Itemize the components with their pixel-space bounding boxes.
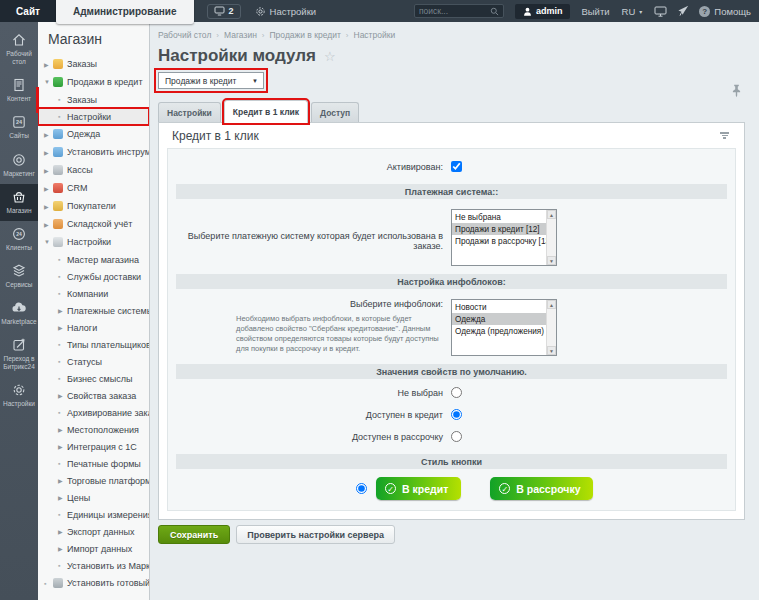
menu-item-marker[interactable]	[58, 460, 67, 467]
menu-item-marker[interactable]	[58, 324, 67, 331]
menu-item[interactable]: Настройки	[38, 108, 149, 125]
menu-item[interactable]: Компании	[38, 285, 149, 302]
sidebar-item-content[interactable]: Контент	[0, 72, 38, 109]
listbox-option[interactable]: Новости	[452, 301, 546, 313]
search-box[interactable]	[414, 4, 504, 18]
logout-button[interactable]: Выйти	[581, 6, 609, 17]
menu-item[interactable]: CRM	[38, 179, 149, 197]
tab-dostup[interactable]: Доступ	[311, 102, 359, 122]
menu-item[interactable]: Заказы	[38, 91, 149, 108]
menu-item-marker[interactable]	[58, 392, 67, 399]
listbox-option[interactable]: Одежда (предложения)	[452, 325, 546, 337]
desktop-view-button[interactable]	[654, 6, 667, 17]
menu-item[interactable]: Настройки	[38, 233, 149, 251]
default-option-radio[interactable]	[451, 409, 462, 420]
collapse-panel-icon[interactable]	[717, 129, 732, 142]
menu-item[interactable]: Единицы измерения	[38, 506, 149, 523]
menu-item[interactable]: Службы доставки	[38, 268, 149, 285]
sidebar-item-settings[interactable]: Настройки	[0, 377, 38, 414]
sidebar-item-services[interactable]: Сервисы	[0, 258, 38, 295]
menu-item[interactable]: Цены	[38, 489, 149, 506]
menu-item-marker[interactable]	[58, 273, 67, 280]
button-style-radio[interactable]	[356, 483, 367, 494]
menu-item-marker[interactable]	[58, 545, 67, 552]
menu-item[interactable]: Архивирование заказов	[38, 404, 149, 421]
menu-item[interactable]: Экспорт данных	[38, 523, 149, 540]
scroll-down-icon[interactable]: ▼	[547, 346, 556, 355]
menu-item[interactable]: Установить готовый магаз	[38, 574, 149, 592]
menu-item-marker[interactable]	[58, 358, 67, 365]
menu-item[interactable]: Установить из Маркетплей	[38, 557, 149, 574]
search-input[interactable]	[419, 6, 490, 16]
favorite-star-icon[interactable]: ☆	[324, 49, 336, 64]
menu-item[interactable]: Бизнес смыслы	[38, 370, 149, 387]
menu-item[interactable]: Продажи в кредит	[38, 73, 149, 91]
listbox-option[interactable]: Продажи в рассрочку [13]	[452, 235, 546, 247]
topbar-settings-button[interactable]: Настройки	[255, 6, 317, 17]
menu-item-marker[interactable]	[58, 113, 67, 120]
menu-item[interactable]: Заказы	[38, 55, 149, 73]
tab-administration[interactable]: Администрирование	[56, 0, 194, 24]
default-option-radio[interactable]	[451, 431, 462, 442]
scroll-down-icon[interactable]: ▼	[547, 256, 556, 265]
breadcrumb-item[interactable]: Магазин	[224, 30, 257, 40]
pin-panel-button[interactable]	[677, 5, 689, 17]
menu-item-marker[interactable]	[58, 256, 67, 263]
menu-item[interactable]: Местоположения	[38, 421, 149, 438]
tab-nastroyki[interactable]: Настройки	[158, 102, 221, 122]
payment-system-listbox[interactable]: Не выбранаПродажи в кредит [12]Продажи в…	[451, 209, 557, 266]
menu-item-marker[interactable]	[44, 185, 53, 192]
menu-item-marker[interactable]	[44, 203, 53, 210]
menu-item-marker[interactable]	[58, 443, 67, 450]
help-button[interactable]: ? Помощь	[699, 6, 751, 17]
listbox-option[interactable]: Одежда	[452, 313, 546, 325]
menu-item[interactable]: Мастер магазина	[38, 251, 149, 268]
menu-item[interactable]: Интеграция с 1С	[38, 438, 149, 455]
scroll-up-icon[interactable]: ▲	[547, 210, 556, 219]
menu-item[interactable]: Импорт данных	[38, 540, 149, 557]
tab-credit-1-click[interactable]: Кредит в 1 клик	[224, 100, 308, 123]
menu-item[interactable]: Налоги	[38, 319, 149, 336]
menu-item-marker[interactable]	[44, 580, 53, 587]
menu-item-marker[interactable]	[58, 477, 67, 484]
menu-item[interactable]: Складской учёт	[38, 215, 149, 233]
installment-style-button[interactable]: ✓ В рассрочку	[490, 477, 593, 500]
credit-style-button[interactable]: ✓ В кредит	[376, 477, 461, 500]
sidebar-item-clients[interactable]: 24 Клиенты	[0, 221, 38, 258]
listbox-option[interactable]: Не выбрана	[452, 211, 546, 223]
menu-item[interactable]: Типы плательщиков	[38, 336, 149, 353]
menu-item[interactable]: Статусы	[38, 353, 149, 370]
menu-item-marker[interactable]	[58, 290, 67, 297]
listbox-scrollbar[interactable]: ▲ ▼	[546, 300, 556, 355]
sidebar-item-shop[interactable]: Магазин	[0, 184, 38, 221]
breadcrumb-item[interactable]: Рабочий стол	[158, 30, 211, 40]
menu-item-marker[interactable]	[58, 409, 67, 416]
menu-item-marker[interactable]	[44, 239, 53, 245]
menu-item-marker[interactable]	[58, 511, 67, 518]
module-select[interactable]: Продажи в кредит ▼	[158, 72, 264, 89]
menu-item-marker[interactable]	[44, 61, 53, 68]
default-option-radio[interactable]	[451, 387, 462, 398]
listbox-scrollbar[interactable]: ▲ ▼	[546, 210, 556, 265]
user-menu-button[interactable]: admin	[515, 4, 571, 19]
menu-item[interactable]: Покупатели	[38, 197, 149, 215]
sidebar-item-marketplace[interactable]: Marketplace	[0, 295, 38, 332]
sidebar-item-bitrix24[interactable]: Переход в Битрикс24	[0, 332, 38, 377]
menu-item[interactable]: Установить инструменты и	[38, 143, 149, 161]
scroll-up-icon[interactable]: ▲	[547, 300, 556, 309]
menu-item-marker[interactable]	[58, 96, 67, 103]
menu-item[interactable]: Кассы	[38, 161, 149, 179]
check-server-settings-button[interactable]: Проверить настройки сервера	[236, 525, 395, 544]
menu-item-marker[interactable]	[44, 79, 53, 85]
menu-item[interactable]: Торговые платформы	[38, 472, 149, 489]
menu-item-marker[interactable]	[58, 494, 67, 501]
menu-item[interactable]: Платежные системы	[38, 302, 149, 319]
language-selector[interactable]: RU ▾	[622, 6, 643, 17]
menu-item[interactable]: Свойства заказа	[38, 387, 149, 404]
sidebar-item-sites[interactable]: 24 Сайты	[0, 109, 38, 146]
listbox-option[interactable]: Продажи в кредит [12]	[452, 223, 546, 235]
menu-item[interactable]: Одежда	[38, 125, 149, 143]
sidebar-item-desktop[interactable]: Рабочий стол	[0, 27, 38, 72]
save-button[interactable]: Сохранить	[158, 525, 230, 544]
activated-checkbox[interactable]	[451, 161, 462, 172]
